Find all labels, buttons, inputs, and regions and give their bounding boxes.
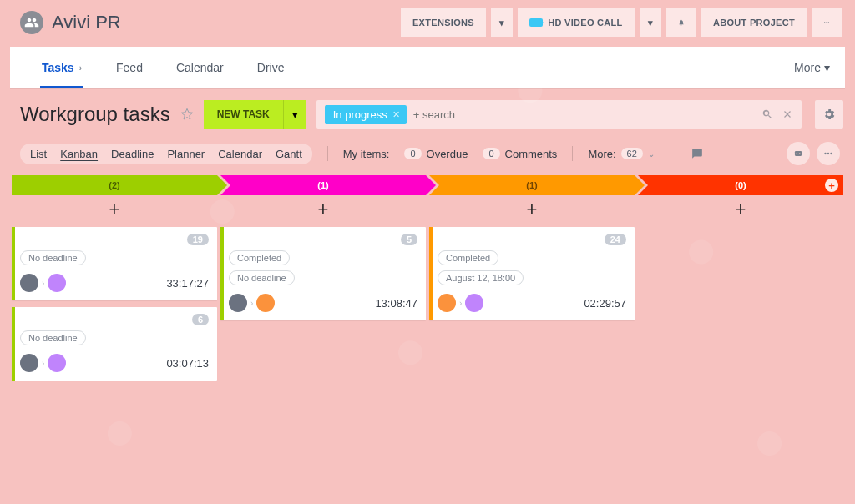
chevron-right-icon: › — [42, 279, 44, 288]
avatar[interactable] — [438, 294, 456, 312]
add-column-button[interactable]: + — [825, 179, 838, 192]
main-tabs: Tasks› Feed Calendar Drive More▾ — [10, 47, 845, 88]
svg-point-7 — [827, 153, 829, 154]
settings-button[interactable] — [815, 100, 843, 129]
avatar[interactable] — [256, 294, 275, 312]
view-gantt[interactable]: Gantt — [276, 148, 302, 160]
completed-pill: Completed — [438, 250, 498, 265]
new-task-dropdown[interactable]: ▾ — [283, 100, 306, 129]
column-header[interactable]: (1) — [429, 175, 635, 195]
kanban-column: (1) + 5 Completed No deadline › 13:08:47 — [220, 175, 426, 387]
avatar[interactable] — [465, 294, 483, 312]
add-card-button[interactable]: + — [12, 195, 217, 227]
svg-point-6 — [824, 153, 826, 154]
avatar[interactable] — [229, 294, 247, 312]
toolbar: List Kanban Deadline Planner Calendar Ga… — [0, 134, 855, 172]
separator — [572, 146, 573, 161]
favorite-star-icon[interactable] — [180, 108, 194, 121]
time-tracked: 13:08:47 — [375, 297, 417, 310]
avatar[interactable] — [48, 354, 66, 372]
time-tracked: 02:29:57 — [584, 297, 626, 310]
tab-drive[interactable]: Drive — [240, 47, 301, 88]
chevron-down-icon: ⌄ — [648, 149, 655, 159]
team-name: Avivi PR — [52, 12, 121, 33]
svg-rect-3 — [795, 151, 802, 156]
about-project-button[interactable]: ABOUT PROJECT — [701, 8, 807, 37]
avatar[interactable] — [20, 274, 38, 292]
svg-point-2 — [828, 22, 829, 23]
add-card-button[interactable]: + — [638, 195, 843, 227]
card-stripe — [12, 307, 15, 381]
view-list[interactable]: List — [30, 148, 47, 160]
view-kanban[interactable]: Kanban — [60, 148, 98, 160]
tab-tasks[interactable]: Tasks› — [25, 47, 99, 88]
filter-chip-in-progress[interactable]: In progress✕ — [325, 105, 407, 124]
overflow-icon-button[interactable] — [817, 142, 840, 165]
task-card[interactable]: 5 Completed No deadline › 13:08:47 — [220, 227, 426, 320]
remove-chip-icon[interactable]: ✕ — [392, 109, 400, 120]
assignees: › — [20, 354, 66, 372]
task-card[interactable]: 6 No deadline › 03:07:13 — [12, 307, 217, 381]
search-icon[interactable] — [761, 108, 773, 120]
top-bar: Avivi PR EXTENSIONS ▾ HD VIDEO CALL ▾ AB… — [0, 0, 855, 47]
column-header[interactable]: (1) — [220, 175, 426, 195]
tab-more[interactable]: More▾ — [794, 61, 830, 74]
chevron-right-icon: › — [459, 299, 462, 308]
camera-icon — [529, 18, 543, 27]
clear-search-icon[interactable] — [782, 108, 793, 120]
chat-icon-button[interactable] — [686, 142, 709, 165]
filter-comments[interactable]: 0 Comments — [483, 148, 557, 160]
notifications-button[interactable] — [666, 8, 696, 37]
assignees: › — [438, 294, 483, 312]
tab-feed[interactable]: Feed — [99, 47, 159, 88]
column-header[interactable]: (2) — [12, 175, 217, 195]
more-menu-button[interactable] — [812, 8, 842, 37]
svg-point-1 — [826, 22, 827, 23]
avatar[interactable] — [20, 354, 38, 372]
search-bar[interactable]: In progress✕ — [316, 100, 802, 129]
kanban-column: (0)+ + — [638, 175, 843, 387]
page-title: Workgroup tasks — [20, 103, 170, 126]
page-header: Workgroup tasks NEW TASK ▾ In progress✕ — [0, 88, 855, 134]
filter-overdue[interactable]: 0 Overdue — [404, 148, 468, 160]
card-stripe — [12, 227, 15, 300]
svg-point-0 — [824, 22, 825, 23]
view-deadline[interactable]: Deadline — [111, 148, 154, 160]
completed-pill: Completed — [229, 250, 290, 265]
chevron-right-icon: › — [42, 359, 44, 368]
column-header[interactable]: (0)+ — [638, 175, 843, 195]
card-stripe — [220, 227, 224, 320]
svg-point-4 — [796, 153, 797, 154]
card-number-badge: 24 — [605, 234, 626, 245]
add-card-button[interactable]: + — [429, 195, 635, 227]
view-planner[interactable]: Planner — [167, 148, 205, 160]
deadline-pill: No deadline — [20, 250, 86, 265]
caret-down-icon: ▾ — [824, 61, 830, 74]
time-tracked: 33:17:27 — [166, 277, 209, 290]
avatar[interactable] — [48, 274, 66, 292]
my-items-label: My items: — [343, 148, 390, 160]
search-input[interactable] — [413, 108, 755, 121]
video-call-button[interactable]: HD VIDEO CALL — [518, 8, 634, 37]
task-card[interactable]: 24 Completed August 12, 18:00 › 02:29:57 — [429, 227, 635, 320]
video-call-dropdown[interactable]: ▾ — [640, 8, 661, 37]
task-card[interactable]: 19 No deadline › 33:17:27 — [12, 227, 217, 300]
extensions-button[interactable]: EXTENSIONS — [401, 8, 486, 37]
new-task-button[interactable]: NEW TASK — [204, 100, 283, 129]
deadline-pill: August 12, 18:00 — [438, 270, 524, 285]
extensions-dropdown[interactable]: ▾ — [491, 8, 513, 37]
svg-point-8 — [830, 153, 832, 154]
card-number-badge: 6 — [192, 314, 209, 325]
assignees: › — [20, 274, 66, 292]
filter-more[interactable]: More: 62 ⌄ — [588, 148, 654, 160]
card-number-badge: 5 — [401, 234, 417, 245]
view-calendar[interactable]: Calendar — [218, 148, 262, 160]
deadline-pill: No deadline — [229, 270, 295, 285]
robot-icon-button[interactable] — [787, 142, 810, 165]
deadline-pill: No deadline — [20, 330, 86, 345]
kanban-board: (2) + 19 No deadline › 33:17:27 6 No dea… — [0, 172, 855, 387]
chevron-right-icon: › — [250, 299, 253, 308]
add-card-button[interactable]: + — [220, 195, 426, 227]
svg-point-5 — [799, 153, 801, 154]
tab-calendar[interactable]: Calendar — [159, 47, 240, 88]
